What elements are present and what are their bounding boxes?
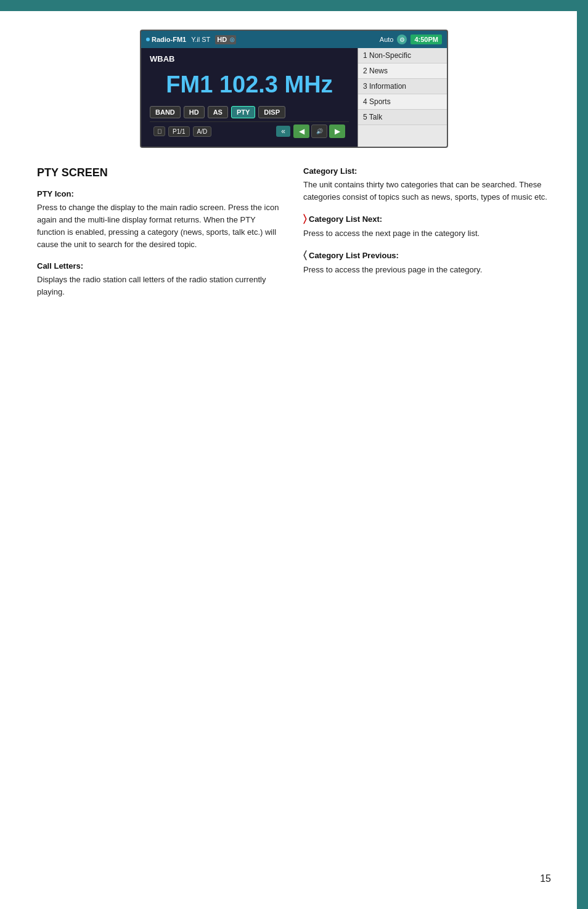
- category-list-next-body: Press to access the next page in the cat…: [303, 227, 551, 240]
- settings-icon[interactable]: ⚙: [397, 35, 407, 44]
- call-letters-body: Displays the radio station call letters …: [37, 274, 285, 298]
- arrow-prev-icon: 〈: [303, 250, 306, 261]
- radio-top-bar: Radio-FM1 Y.il ST HD ⦾ Auto ⚙ 4:50PM: [141, 31, 447, 48]
- category-list-body: The unit contains thirty two categories …: [303, 179, 551, 203]
- auto-label: Auto: [380, 36, 394, 43]
- preset-label[interactable]: P1/1: [168, 126, 190, 137]
- disp-button[interactable]: DISP: [258, 106, 285, 118]
- vol-icon[interactable]: 🔊: [311, 124, 327, 138]
- frequency-display: FM1 102.3 MHz: [150, 71, 349, 98]
- keyboard-icon: ⎕: [153, 126, 165, 136]
- back-button[interactable]: «: [276, 126, 290, 137]
- right-bar: [577, 0, 588, 909]
- category-item-5[interactable]: 5 Talk: [358, 110, 447, 125]
- radio-top-right: Auto ⚙ 4:50PM: [380, 35, 442, 44]
- text-content-section: PTY SCREEN PTY Icon: Press to change the…: [37, 166, 551, 308]
- radio-nav-row: ⎕ P1/1 A/D « ◀ 🔊 ▶: [150, 121, 349, 141]
- signal-icon: Y.il ST: [191, 36, 210, 43]
- time-display: 4:50PM: [410, 35, 442, 44]
- category-list-heading: Category List:: [303, 166, 551, 176]
- left-column: PTY SCREEN PTY Icon: Press to change the…: [37, 166, 285, 308]
- category-list-prev-body: Press to access the previous page in the…: [303, 264, 551, 276]
- radio-source-label: Radio-FM1: [146, 36, 186, 43]
- ad-button[interactable]: A/D: [193, 126, 212, 137]
- page-title: PTY SCREEN: [37, 166, 285, 179]
- pty-button[interactable]: PTY: [231, 106, 255, 118]
- next-track-button[interactable]: ▶: [329, 124, 345, 138]
- right-column: Category List: The unit contains thirty …: [303, 166, 551, 308]
- category-item-4[interactable]: 4 Sports: [358, 94, 447, 110]
- play-controls: ◀ 🔊 ▶: [293, 124, 345, 138]
- hd-button[interactable]: HD: [184, 106, 205, 118]
- pty-icon-body: Press to change the display to the main …: [37, 202, 285, 251]
- call-letters-heading: Call Letters:: [37, 261, 285, 271]
- category-item-2[interactable]: 2 News: [358, 63, 447, 79]
- station-call: WBAB: [150, 54, 349, 63]
- band-button[interactable]: BAND: [150, 106, 181, 118]
- pty-icon-heading: PTY Icon:: [37, 189, 285, 198]
- arrow-next-icon: 〉: [303, 213, 306, 224]
- category-item-1[interactable]: 1 Non-Specific: [358, 48, 447, 63]
- prev-track-button[interactable]: ◀: [293, 124, 309, 138]
- radio-unit: Radio-FM1 Y.il ST HD ⦾ Auto ⚙ 4:50PM WBA…: [140, 30, 448, 148]
- as-button[interactable]: AS: [208, 106, 228, 118]
- radio-buttons-row: BAND HD AS PTY DISP: [150, 106, 349, 118]
- radio-main-display: WBAB FM1 102.3 MHz BAND HD AS PTY DISP ⎕…: [141, 48, 357, 147]
- hd-badge: HD ⦾: [215, 35, 236, 44]
- top-bar: [0, 0, 588, 11]
- category-list-prev-heading: 〈 Category List Previous:: [303, 250, 551, 261]
- radio-top-left: Radio-FM1 Y.il ST HD ⦾: [146, 35, 236, 44]
- category-item-3[interactable]: 3 Information: [358, 79, 447, 94]
- category-list-next-heading: 〉 Category List Next:: [303, 213, 551, 224]
- category-panel: 1 Non-Specific 2 News 3 Information 4 Sp…: [357, 48, 447, 147]
- radio-dot: [146, 38, 150, 41]
- page-number: 15: [540, 873, 551, 884]
- radio-body: WBAB FM1 102.3 MHz BAND HD AS PTY DISP ⎕…: [141, 48, 447, 147]
